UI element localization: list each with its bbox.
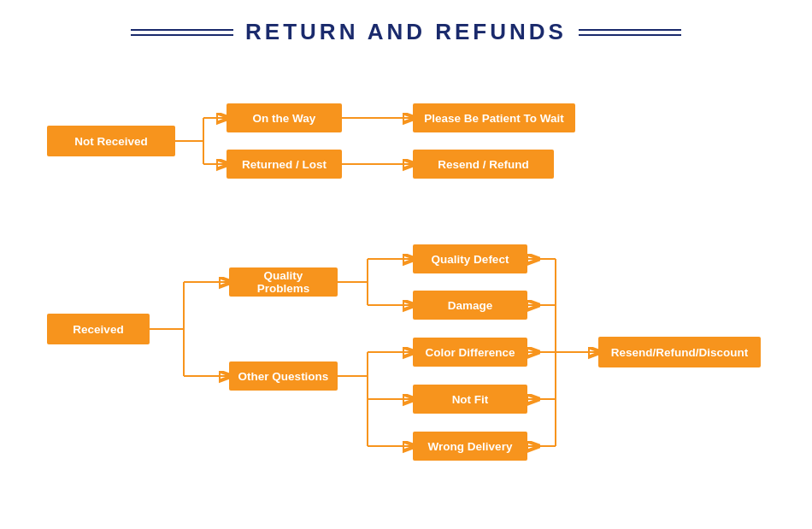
resend-refund-discount-box: Resend/Refund/Discount (598, 337, 761, 367)
title-area: RETURN AND REFUNDS (0, 0, 812, 45)
color-difference-box: Color Difference (413, 338, 527, 367)
please-wait-box: Please Be Patient To Wait (413, 103, 575, 132)
not-received-box: Not Received (47, 126, 175, 156)
not-fit-box: Not Fit (413, 385, 527, 414)
page: RETURN AND REFUNDS (0, 0, 812, 529)
title-lines-right (579, 29, 681, 36)
page-title: RETURN AND REFUNDS (245, 19, 567, 45)
resend-refund-box: Resend / Refund (413, 150, 554, 179)
returned-lost-box: Returned / Lost (227, 150, 342, 179)
quality-problems-box: Quality Problems (229, 267, 338, 297)
quality-defect-box: Quality Defect (413, 244, 527, 273)
title-lines-left (131, 29, 233, 36)
on-the-way-box: On the Way (227, 103, 342, 132)
wrong-delivery-box: Wrong Delivery (413, 432, 527, 461)
received-box: Received (47, 314, 150, 344)
flowchart: Not Received On the Way Please Be Patien… (0, 73, 812, 526)
other-questions-box: Other Questions (229, 361, 338, 391)
damage-box: Damage (413, 291, 527, 320)
